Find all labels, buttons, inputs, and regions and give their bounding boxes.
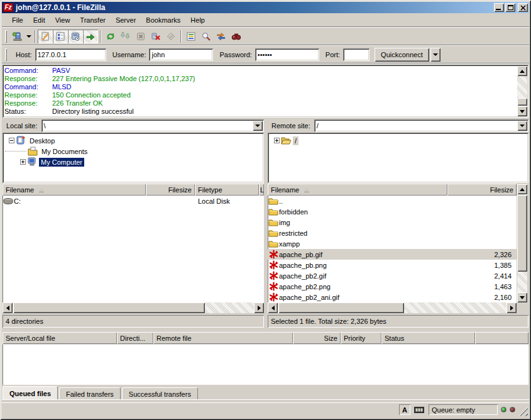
column-header-server-local-file[interactable]: Server/Local file [3,332,117,344]
collapse-icon[interactable] [9,138,14,143]
host-input[interactable] [35,48,106,61]
menu-file[interactable]: File [7,14,28,26]
directory-comparison-button[interactable] [199,30,214,43]
remote-list-vscrollbar[interactable] [517,184,527,302]
column-header-size[interactable]: Size [293,332,341,344]
menu-transfer[interactable]: Transfer [75,14,111,26]
local-site-combo[interactable]: \ [41,119,264,132]
scrollbar-thumb[interactable] [278,302,404,313]
scrollbar-thumb[interactable] [13,302,205,313]
file-row-local-c[interactable]: C: Local Disk [3,196,264,206]
menu-view[interactable]: View [50,14,75,26]
port-input[interactable] [343,48,370,61]
file-row[interactable]: img [268,217,517,228]
column-header-direction[interactable]: Directi... [117,332,153,344]
password-input[interactable] [255,48,319,61]
minimize-button[interactable] [494,3,504,12]
folder-icon [268,229,279,237]
reconnect-button[interactable] [163,30,178,43]
file-row[interactable]: apache_pb2.gif 2,414 [268,270,517,281]
file-row-selected[interactable]: apache_pb.gif 2,326 [268,249,517,260]
synchronized-browsing-button[interactable] [214,30,229,43]
arrow-up-icon [520,70,525,73]
file-row[interactable]: forbidden [268,206,517,217]
scroll-up-button[interactable] [517,184,527,194]
column-header-status[interactable]: Status [381,332,475,344]
remote-site-dropdown-button[interactable] [517,121,527,131]
tree-item-my-computer[interactable]: My Computer [5,157,264,167]
maximize-button[interactable] [505,3,515,12]
speed-limit-icon[interactable] [413,404,425,415]
column-header-filetype[interactable]: Filetype [195,184,259,196]
find-files-button[interactable] [229,30,244,43]
menu-edit[interactable]: Edit [28,14,50,26]
quickconnect-grip[interactable] [5,48,7,61]
refresh-button[interactable] [103,30,118,43]
tab-queued-files[interactable]: Queued files [3,386,58,399]
site-manager-dropdown-button[interactable] [25,30,33,43]
scroll-right-button[interactable] [506,302,517,313]
menu-bookmarks[interactable]: Bookmarks [141,14,185,26]
data-type-indicator[interactable]: A [399,404,410,415]
file-row[interactable]: apache_pb2.png 1,463 [268,281,517,292]
site-manager-button[interactable] [9,30,25,43]
local-list-hscrollbar[interactable] [3,302,264,313]
toggle-message-log-button[interactable] [38,30,53,43]
file-name: apache_pb2_ani.gif [279,294,450,301]
column-header-filesize[interactable]: Filesize [447,184,517,196]
remote-list-hscrollbar[interactable] [268,302,517,313]
resize-grip[interactable] [519,407,528,416]
disconnect-button[interactable] [148,30,163,43]
synchronized-browsing-icon [216,31,226,41]
tab-failed-transfers[interactable]: Failed transfers [59,387,121,399]
column-label: Filename [6,186,34,194]
column-header-priority[interactable]: Priority [341,332,381,344]
remote-site-combo[interactable]: / [314,119,528,132]
scrollbar-thumb[interactable] [517,98,527,106]
menu-help[interactable]: Help [185,14,210,26]
scrollbar-thumb[interactable] [517,195,527,272]
tree-item-desktop[interactable]: Desktop [5,135,264,146]
scroll-down-button[interactable] [517,292,527,302]
file-name: apache_pb.gif [279,251,450,258]
transfer-queue-icon [85,31,96,41]
column-header-filename[interactable]: Filename [268,184,447,196]
scroll-left-button[interactable] [3,302,13,313]
column-header-filesize[interactable]: Filesize [146,184,195,196]
directory-filters-button[interactable] [183,30,199,43]
menu-server[interactable]: Server [111,14,141,26]
queue-list[interactable] [3,345,528,385]
file-row[interactable]: .. [268,196,517,206]
cancel-operation-button[interactable] [133,30,148,43]
file-row[interactable]: xampp [268,238,517,249]
log-scrollbar[interactable] [517,66,527,116]
tab-successful-transfers[interactable]: Successful transfers [122,387,198,399]
close-button[interactable] [518,3,528,12]
data-type-label: A [402,406,407,414]
quickconnect-dropdown-button[interactable] [430,48,441,62]
column-header-filename[interactable]: Filename [3,184,146,196]
process-queue-button[interactable] [118,30,133,43]
scroll-down-button[interactable] [517,106,527,116]
toggle-transfer-queue-button[interactable] [83,30,98,43]
tree-item-my-documents[interactable]: My Documents [5,146,264,157]
tree-item-root[interactable]: / [270,135,528,146]
expand-icon[interactable] [20,159,26,165]
scroll-up-button[interactable] [517,66,527,76]
column-header-lastmodified[interactable]: L [259,184,264,196]
local-site-dropdown-button[interactable] [253,121,263,131]
toggle-remote-tree-button[interactable] [68,30,83,43]
file-row[interactable]: apache_pb.png 1,385 [268,260,517,270]
scroll-right-button[interactable] [254,302,264,313]
toggle-local-tree-button[interactable] [53,30,68,43]
file-row[interactable]: restricted [268,228,517,238]
toolbar-grip[interactable] [5,30,7,43]
expand-icon[interactable] [274,138,280,143]
find-files-icon [231,31,241,41]
file-row[interactable]: apache_pb2_ani.gif 2,160 [268,292,517,302]
column-label: Directi... [120,334,145,342]
quickconnect-button[interactable]: Quickconnect [375,48,429,62]
column-header-remote-file[interactable]: Remote file [153,332,293,344]
username-input[interactable] [149,48,213,61]
scroll-left-button[interactable] [268,302,278,313]
